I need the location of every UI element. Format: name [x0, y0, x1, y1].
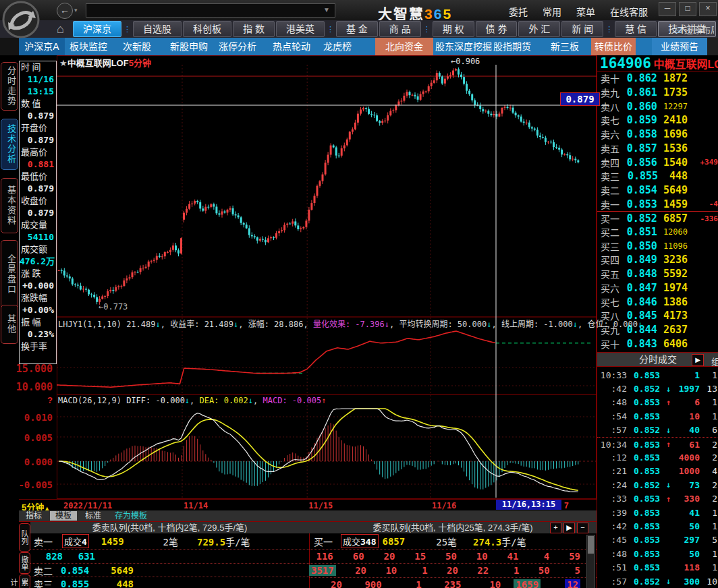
titlebar-menu-菜单[interactable]: 菜单 [576, 5, 595, 18]
tape-count: 2 [700, 440, 718, 450]
order-book-price: 0.849 [627, 254, 663, 266]
queue-level-label: 卖二 [34, 564, 61, 577]
order-book-row: 卖七0.8592410 [597, 113, 718, 127]
info-row-label: 收盘价 [20, 195, 56, 207]
mainnav-tab[interactable]: 港美英 [276, 21, 325, 37]
mainnav-tab[interactable]: 商 品 [379, 21, 421, 37]
indicator-tab[interactable]: 标准 [80, 511, 107, 521]
queue-number-value: 41 [507, 551, 519, 562]
collapse-button[interactable]: − [577, 523, 588, 533]
subnav-tab[interactable]: 板块监控 [70, 38, 107, 55]
info-row-value: 0.23% [20, 328, 56, 341]
order-book-row: 卖三0.855448 [597, 169, 718, 183]
restore-layout-button[interactable]: ⊟还原布局 [675, 23, 714, 36]
app-logo-icon[interactable] [1, 0, 40, 39]
mainnav-tab[interactable]: 期 权 [433, 21, 474, 37]
maximize-button[interactable]: □ [679, 2, 696, 16]
mainnav-tab[interactable]: 自选股 [133, 21, 182, 37]
tape-price: 0.853 [627, 440, 666, 450]
tape-count: 1 [700, 370, 718, 380]
subnav-tab[interactable]: 股指期货 [493, 38, 531, 55]
queue-number: 1 [404, 565, 434, 576]
tape-price: 0.852 [627, 425, 666, 435]
info-row-label: 开盘价 [20, 122, 56, 134]
subnav-tab[interactable]: 转债比价 [591, 38, 636, 55]
subnav-tab[interactable]: 北向资金 [375, 38, 433, 55]
scrollbar-thumb[interactable] [588, 536, 594, 554]
order-book-price: 0.851 [627, 226, 663, 238]
subnav-tab[interactable]: 龙虎榜 [323, 38, 352, 55]
queue-price: 0.855 [61, 579, 96, 588]
order-book-row: 卖九0.8611735 [597, 86, 718, 100]
tape-volume: 300 [675, 577, 700, 587]
buy-queue-numbers-row: 20900123510165912 [309, 577, 597, 588]
minimize-button[interactable]: ─ [659, 2, 676, 16]
subnav-tab[interactable]: 新三板 [551, 38, 579, 55]
sidebar-tab[interactable]: 分时走势 [1, 62, 18, 111]
security-code: 164906 [600, 55, 651, 71]
sidebar-tab[interactable]: 基本资料 [1, 178, 18, 233]
tape-expand-button[interactable]: ▶ [692, 354, 704, 366]
back-dropdown-icon[interactable]: ▾ [74, 7, 78, 13]
info-row-value: 0.879 [20, 183, 56, 195]
tape-price: 0.853 [627, 508, 666, 518]
tape-rows: 10:330.85311:420.852↓199713:480.853↑61:5… [597, 368, 718, 588]
close-button[interactable]: × [699, 2, 717, 16]
order-book-volume: 3236 [663, 254, 718, 266]
back-button[interactable]: ← [57, 3, 73, 19]
sell-queue-row: 828631 [30, 549, 309, 563]
queue-scrollbar[interactable] [586, 535, 595, 588]
queue-number-value: 20 [331, 579, 342, 588]
search-input[interactable] [86, 3, 335, 18]
avg-value: 274.3 [473, 537, 501, 548]
indicator-tab[interactable]: 模板 [50, 511, 77, 521]
subnav-tab[interactable]: 次新股 [123, 38, 151, 55]
subnav-tab[interactable]: 热点轮动 [273, 38, 310, 55]
order-book-volume: 448 [665, 170, 718, 182]
subnav-tab[interactable]: 股东深度挖掘 [435, 38, 492, 55]
mainnav-tab[interactable]: 基 金 [336, 21, 378, 37]
price-chart-canvas[interactable] [57, 55, 597, 499]
mainnav-tab[interactable]: 新 闻 [561, 21, 603, 37]
expand-button[interactable]: ▶ [563, 523, 575, 533]
search-dropdown-icon[interactable]: ▼ [323, 6, 330, 13]
mainnav-tab[interactable]: 指 数 [233, 21, 275, 37]
queue-number-value: 59 [569, 551, 580, 562]
queue-number-value: 50 [445, 551, 457, 562]
subnav-market-label[interactable]: 沪深京A [19, 38, 65, 55]
order-book-price: 0.859 [627, 114, 663, 126]
sidebar-tab[interactable]: 全景盘口 [1, 240, 18, 309]
subnav-tab[interactable]: 业绩预告 [652, 38, 707, 55]
mainnav-tab[interactable]: 债 券 [476, 21, 518, 37]
info-row-value: 0.881 [20, 158, 56, 171]
mainnav-tab[interactable]: 沪深京 [73, 21, 121, 37]
order-book-level-label: 卖九 [597, 86, 627, 99]
help-icon[interactable]: ? [47, 395, 53, 405]
sidebar-tab[interactable]: 其他 [1, 305, 18, 344]
titlebar-menu-在线客服[interactable]: 在线客服 [610, 5, 648, 18]
queue-number: 20 [309, 579, 349, 588]
queue-number: 41 [495, 551, 526, 562]
indicator-tab[interactable]: 指标 [20, 511, 47, 521]
tape-price: 0.853 [627, 549, 666, 559]
info-row-value: 476.2万 [20, 256, 56, 268]
order-book-level-label: 卖二 [597, 183, 627, 197]
queue-side-tab[interactable]: 累计 [19, 575, 30, 588]
queue-side-tab[interactable]: 队列 [19, 523, 30, 552]
mainnav-tab[interactable]: 科创板 [183, 21, 231, 37]
add-button[interactable]: + [550, 523, 561, 533]
mainnav-tab[interactable]: 慧 信 [615, 21, 657, 37]
titlebar-menu-常用[interactable]: 常用 [543, 5, 561, 18]
order-book-volume: 12060 [663, 227, 718, 237]
subnav-tab[interactable]: 涨停分析 [219, 38, 256, 55]
sidebar-tab[interactable]: 技术分析 [1, 119, 18, 170]
order-book-volume: 4173 [663, 310, 718, 322]
subnav-tab[interactable]: 新股申购 [170, 38, 208, 55]
indicator-tab[interactable]: 存为模板 [109, 511, 153, 521]
queue-side-tab[interactable]: 撤单 [19, 552, 30, 574]
queue-number: 20 [435, 565, 465, 576]
info-row-label: 涨 跌 [20, 268, 56, 280]
home-icon[interactable]: ⌂ [57, 22, 64, 36]
mainnav-tab[interactable]: 外 汇 [518, 21, 560, 37]
titlebar-menu-委托[interactable]: 委托 [509, 5, 528, 18]
